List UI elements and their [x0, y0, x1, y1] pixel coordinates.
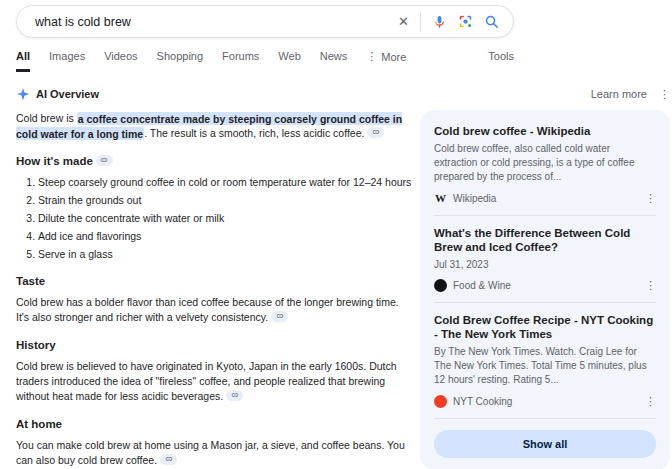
heading-text: How it's made: [16, 155, 93, 167]
source-link-icon[interactable]: [367, 127, 384, 138]
voice-search-mic-icon[interactable]: [432, 14, 447, 29]
more-vertical-icon[interactable]: ⋮: [645, 395, 656, 408]
clear-search-icon[interactable]: ✕: [398, 15, 409, 28]
card-description: By The New York Times. Watch. Craig Lee …: [434, 345, 656, 387]
tab-images[interactable]: Images: [49, 50, 85, 69]
result-filter-tabs: All Images Videos Shopping Forums Web Ne…: [16, 50, 514, 72]
card-title[interactable]: Cold Brew Coffee Recipe - NYT Cooking - …: [434, 313, 656, 341]
intro-prefix: Cold brew is: [16, 112, 77, 124]
tab-more[interactable]: ⋮ More: [366, 50, 406, 70]
results-content: AI Overview Cold brew is a coffee concen…: [16, 86, 660, 469]
more-vertical-icon[interactable]: ⋮: [645, 279, 656, 292]
source-link-icon[interactable]: [226, 390, 243, 401]
section-heading-at-home: At home: [16, 417, 408, 432]
section-body: Cold brew is believed to have originated…: [16, 360, 397, 402]
section-heading-taste: Taste: [16, 274, 408, 289]
google-search-results-page: ✕: [0, 0, 672, 469]
source-card-nyt-cooking[interactable]: Cold Brew Coffee Recipe - NYT Cooking - …: [434, 303, 656, 412]
tools-button[interactable]: Tools: [488, 50, 514, 69]
at-home-text: You can make cold brew at home using a M…: [16, 438, 408, 468]
list-item: Dilute the concentrate with water or mil…: [38, 211, 408, 225]
section-body: You can make cold brew at home using a M…: [16, 439, 405, 466]
history-text: Cold brew is believed to have originated…: [16, 359, 408, 404]
food-and-wine-favicon: [434, 279, 447, 292]
section-heading-history: History: [16, 338, 408, 353]
google-lens-icon[interactable]: [458, 14, 473, 29]
tab-web[interactable]: Web: [278, 50, 300, 69]
source-cards-container: Cold brew coffee - Wikipedia Cold brew c…: [420, 110, 670, 469]
show-all-button[interactable]: Show all: [434, 430, 656, 458]
nyt-cooking-favicon: [434, 395, 447, 408]
source-link-icon[interactable]: [96, 155, 113, 166]
search-bar-divider: [420, 13, 421, 31]
section-heading-how-its-made: How it's made: [16, 154, 408, 169]
list-item: Serve in a glass: [38, 247, 408, 261]
search-icon[interactable]: [484, 14, 499, 29]
ai-overview-header: AI Overview: [16, 86, 408, 102]
tab-videos[interactable]: Videos: [104, 50, 137, 69]
intro-suffix: . The result is a smooth, rich, less aci…: [144, 127, 364, 139]
section-body: Cold brew has a bolder flavor than iced …: [16, 296, 399, 323]
tab-shopping[interactable]: Shopping: [157, 50, 204, 69]
ai-sparkle-icon: [16, 87, 30, 101]
card-date: Jul 31, 2023: [434, 258, 656, 271]
search-bar[interactable]: ✕: [16, 5, 514, 38]
card-source-name: NYT Cooking: [453, 396, 512, 407]
taste-text: Cold brew has a bolder flavor than iced …: [16, 295, 408, 325]
tab-forums[interactable]: Forums: [222, 50, 259, 69]
list-item: Add ice and flavorings: [38, 229, 408, 243]
tab-all[interactable]: All: [16, 50, 30, 72]
tab-news[interactable]: News: [320, 50, 348, 69]
ai-overview-label: AI Overview: [36, 87, 99, 102]
card-source-name: Wikipedia: [453, 193, 496, 204]
more-vertical-icon[interactable]: ⋮: [659, 88, 670, 101]
source-card-wikipedia[interactable]: Cold brew coffee - Wikipedia Cold brew c…: [434, 114, 656, 209]
card-title[interactable]: Cold brew coffee - Wikipedia: [434, 124, 656, 138]
card-source-row: W Wikipedia ⋮: [434, 189, 656, 207]
source-link-icon[interactable]: [160, 454, 177, 465]
card-description: Cold brew coffee, also called cold water…: [434, 142, 656, 184]
more-vertical-icon[interactable]: ⋮: [645, 192, 656, 205]
ai-overview-panel: AI Overview Cold brew is a coffee concen…: [16, 86, 408, 469]
tab-more-label: More: [381, 51, 406, 63]
search-input[interactable]: [35, 15, 398, 29]
list-item: Steep coarsely ground coffee in cold or …: [38, 175, 408, 189]
card-source-row: NYT Cooking ⋮: [434, 392, 656, 410]
wikipedia-favicon: W: [434, 192, 447, 205]
more-vertical-icon: ⋮: [366, 50, 377, 63]
learn-more-link[interactable]: Learn more: [591, 88, 647, 100]
how-its-made-list: Steep coarsely ground coffee in cold or …: [16, 175, 408, 261]
card-title[interactable]: What's the Difference Between Cold Brew …: [434, 226, 656, 254]
source-link-icon[interactable]: [271, 311, 288, 322]
card-divider: [434, 418, 656, 419]
card-source-row: Food & Wine ⋮: [434, 276, 656, 294]
ai-overview-intro: Cold brew is a coffee concentrate made b…: [16, 111, 408, 141]
sidebar-header: Learn more ⋮: [420, 86, 670, 102]
list-item: Strain the grounds out: [38, 193, 408, 207]
sources-sidebar: Learn more ⋮ Cold brew coffee - Wikipedi…: [420, 86, 670, 469]
source-card-food-and-wine[interactable]: What's the Difference Between Cold Brew …: [434, 216, 656, 296]
card-source-name: Food & Wine: [453, 280, 511, 291]
